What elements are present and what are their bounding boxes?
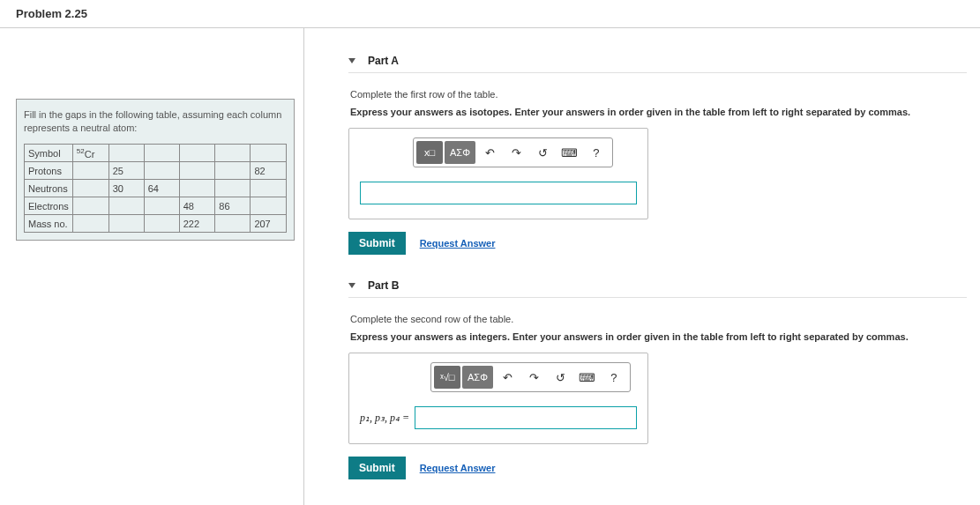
table-row: Symbol 52Cr	[25, 144, 287, 162]
cell	[144, 144, 179, 162]
part-b-request-answer-link[interactable]: Request Answer	[420, 463, 496, 473]
cell	[108, 215, 144, 233]
undo-button[interactable]: ↶	[477, 141, 504, 164]
part-b-submit-button[interactable]: Submit	[348, 457, 406, 479]
part-a-answer-input[interactable]	[360, 182, 637, 204]
part-a-format: Express your answers as isotopes. Enter …	[350, 107, 967, 117]
question-prompt-box: Fill in the gaps in the following table,…	[16, 99, 295, 241]
help-button[interactable]: ?	[583, 141, 610, 164]
cell	[179, 180, 215, 197]
part-a-header[interactable]: Part A	[348, 55, 967, 73]
table-row: Protons 25 82	[25, 162, 287, 180]
template-button[interactable]: ᵡ√□	[434, 366, 460, 389]
part-a: Part A Complete the first row of the tab…	[348, 55, 967, 255]
cell	[179, 144, 215, 162]
part-b-answer-input[interactable]	[415, 406, 637, 429]
row-label: Mass no.	[25, 215, 73, 233]
cell: 86	[215, 197, 251, 215]
keyboard-button[interactable]: ⌨	[557, 141, 583, 164]
part-b-format: Express your answers as integers. Enter …	[350, 331, 967, 342]
part-a-answer-row	[360, 182, 637, 204]
part-b-title: Part B	[368, 279, 399, 292]
greek-button[interactable]: ΑΣΦ	[462, 366, 493, 389]
cell: 207	[251, 215, 287, 233]
help-button[interactable]: ?	[601, 366, 627, 389]
row-label: Protons	[25, 162, 73, 180]
cell	[144, 197, 179, 215]
cell: 25	[108, 162, 144, 180]
part-a-answer-box: x□ ΑΣΦ ↶ ↷ ↺ ⌨ ?	[348, 128, 648, 219]
cell: 222	[179, 215, 215, 233]
redo-button[interactable]: ↷	[521, 366, 548, 389]
cell	[251, 144, 287, 162]
cell	[144, 162, 179, 180]
chevron-down-icon	[348, 58, 355, 63]
part-a-request-answer-link[interactable]: Request Answer	[420, 238, 496, 249]
cell: 52Cr	[72, 144, 108, 162]
redo-button[interactable]: ↷	[504, 141, 530, 164]
page-title: Problem 2.25	[16, 7, 964, 20]
table-row: Mass no. 222 207	[25, 215, 287, 233]
part-a-title: Part A	[368, 55, 399, 67]
cell	[179, 162, 215, 180]
chevron-down-icon	[348, 283, 355, 288]
part-b-submit-row: Submit Request Answer	[348, 457, 967, 479]
atom-table: Symbol 52Cr Protons 25 82	[24, 144, 287, 234]
cell	[251, 197, 287, 215]
cell	[215, 144, 251, 162]
cell	[72, 197, 108, 215]
cell	[72, 215, 108, 233]
cell	[215, 180, 251, 197]
title-bar: Problem 2.25	[0, 0, 980, 28]
right-column: Part A Complete the first row of the tab…	[304, 28, 980, 505]
cell: 30	[108, 180, 144, 197]
cell	[215, 162, 251, 180]
cell	[144, 215, 179, 233]
cell	[251, 180, 287, 197]
cell	[108, 197, 144, 215]
part-b-answer-row: p₁, p₃, p₄ =	[360, 406, 637, 429]
part-b-answer-label: p₁, p₃, p₄ =	[360, 412, 409, 425]
reset-button[interactable]: ↺	[548, 366, 574, 389]
part-b: Part B Complete the second row of the ta…	[348, 279, 967, 479]
cell	[72, 180, 108, 197]
keyboard-button[interactable]: ⌨	[574, 366, 601, 389]
template-button[interactable]: x□	[416, 141, 443, 164]
part-a-submit-row: Submit Request Answer	[348, 232, 967, 255]
table-row: Electrons 48 86	[25, 197, 287, 215]
cell	[215, 215, 251, 233]
cell: 82	[251, 162, 287, 180]
left-column: Fill in the gaps in the following table,…	[0, 28, 304, 505]
part-a-instruction: Complete the first row of the table.	[350, 89, 967, 100]
part-a-toolbar: x□ ΑΣΦ ↶ ↷ ↺ ⌨ ?	[413, 137, 613, 167]
undo-button[interactable]: ↶	[495, 366, 521, 389]
cell	[108, 144, 144, 162]
table-row: Neutrons 30 64	[25, 180, 287, 197]
part-b-instruction: Complete the second row of the table.	[350, 314, 967, 324]
greek-button[interactable]: ΑΣΦ	[445, 141, 475, 164]
cell: 48	[179, 197, 215, 215]
part-a-submit-button[interactable]: Submit	[348, 232, 406, 255]
cell	[72, 162, 108, 180]
part-b-answer-box: ᵡ√□ ΑΣΦ ↶ ↷ ↺ ⌨ ? p₁, p₃, p₄ =	[348, 353, 648, 444]
row-label: Symbol	[25, 144, 73, 162]
reset-button[interactable]: ↺	[530, 141, 557, 164]
row-label: Electrons	[25, 197, 73, 215]
main-layout: Fill in the gaps in the following table,…	[0, 28, 980, 505]
cell: 64	[144, 180, 179, 197]
part-b-toolbar: ᵡ√□ ΑΣΦ ↶ ↷ ↺ ⌨ ?	[430, 362, 631, 392]
part-b-header[interactable]: Part B	[348, 279, 967, 298]
row-label: Neutrons	[25, 180, 73, 197]
question-prompt-text: Fill in the gaps in the following table,…	[24, 108, 287, 135]
